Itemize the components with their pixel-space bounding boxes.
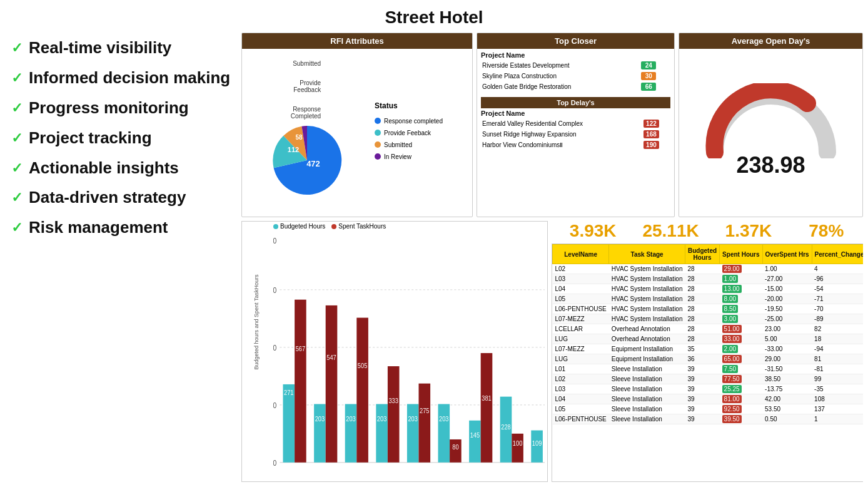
svg-text:203: 203 bbox=[377, 414, 387, 423]
legend-provide-feedback: Provide Feeback bbox=[375, 130, 470, 136]
table-row: L05 HVAC System Installation 28 8.00 -20… bbox=[553, 294, 864, 304]
legend-response-completed: Response completed bbox=[375, 118, 470, 125]
cell-overspent: 29.00 bbox=[762, 354, 812, 364]
cell-levelname: L02 bbox=[553, 374, 609, 384]
table-row: L02 HVAC System Installation 28 29.00 1.… bbox=[553, 264, 864, 274]
cell-overspent: -15.00 bbox=[762, 284, 812, 294]
cell-task-stage: HVAC System Installation bbox=[609, 314, 685, 324]
kpi-1: 3.93K bbox=[554, 221, 632, 241]
legend-label-feedback: Provide Feeback bbox=[384, 130, 431, 136]
check-icon-3: ✓ bbox=[11, 100, 23, 116]
svg-text:80: 80 bbox=[452, 443, 458, 451]
rfi-legend: Status Response completed Provide Feebac… bbox=[370, 51, 470, 210]
cell-overspent: 42.00 bbox=[762, 394, 812, 404]
sidebar-item-2: ✓ Informed decision making bbox=[11, 69, 236, 88]
cell-budgeted: 28 bbox=[685, 294, 720, 304]
cell-percent: -70 bbox=[812, 304, 863, 314]
cell-levelname: L03 bbox=[553, 384, 609, 394]
svg-text:109: 109 bbox=[532, 439, 542, 447]
cell-budgeted: 35 bbox=[685, 344, 720, 354]
table-row: L04 Sleeve Installation 39 81.00 42.00 1… bbox=[553, 394, 864, 404]
rfi-panel: RFI Attributes Submitted ProvideFeedback… bbox=[241, 33, 473, 217]
legend-spent: Spent TaskHours bbox=[331, 223, 386, 230]
cell-budgeted: 28 bbox=[685, 304, 720, 314]
svg-text:112: 112 bbox=[288, 146, 299, 153]
cell-levelname: L04 bbox=[553, 394, 609, 404]
svg-rect-37 bbox=[481, 353, 493, 463]
cell-overspent: -33.00 bbox=[762, 344, 812, 354]
legend-dot-purple bbox=[375, 153, 381, 160]
cell-budgeted: 28 bbox=[685, 324, 720, 334]
table-row: L04 HVAC System Installation 28 13.00 -1… bbox=[553, 284, 864, 294]
cell-budgeted: 39 bbox=[685, 394, 720, 404]
legend-submitted: Submitted bbox=[375, 141, 470, 148]
cell-overspent: 1.00 bbox=[762, 264, 812, 274]
svg-text:381: 381 bbox=[482, 394, 492, 402]
col-spent: Spent Hours bbox=[720, 245, 762, 264]
legend-dot-orange bbox=[375, 141, 381, 148]
cell-spent: 13.00 bbox=[720, 284, 762, 294]
cell-percent: 18 bbox=[812, 334, 863, 344]
cell-spent: 8.00 bbox=[720, 294, 762, 304]
cell-task-stage: Sleeve Installation bbox=[609, 414, 685, 424]
svg-text:472: 472 bbox=[306, 159, 320, 168]
legend-label-budgeted: Budgeted Hours bbox=[280, 223, 325, 230]
sidebar: ✓ Real-time visibility ✓ Informed decisi… bbox=[5, 33, 236, 482]
svg-text:228: 228 bbox=[501, 423, 511, 431]
svg-rect-36 bbox=[469, 421, 481, 463]
delay-value-cell: 190 bbox=[642, 140, 670, 150]
cell-task-stage: HVAC System Installation bbox=[609, 264, 685, 274]
svg-text:203: 203 bbox=[315, 414, 325, 423]
cell-budgeted: 36 bbox=[685, 354, 720, 364]
sidebar-label-4: Project tracking bbox=[29, 129, 152, 148]
svg-rect-32 bbox=[438, 404, 450, 462]
cell-spent: 8.50 bbox=[720, 304, 762, 314]
submitted-label: Submitted bbox=[293, 60, 321, 67]
right-content: RFI Attributes Submitted ProvideFeedback… bbox=[241, 33, 863, 482]
table-row: LUG Equipment Installation 36 65.00 29.0… bbox=[553, 354, 864, 364]
cell-task-stage: Overhead Annotation bbox=[609, 324, 685, 334]
cell-overspent: -27.00 bbox=[762, 274, 812, 284]
cell-spent: 65.00 bbox=[720, 354, 762, 364]
cell-percent: 82 bbox=[812, 324, 863, 334]
kpi-4: 78% bbox=[787, 221, 863, 241]
cell-budgeted: 28 bbox=[685, 274, 720, 284]
svg-text:0: 0 bbox=[273, 458, 277, 468]
rfi-panel-header: RFI Attributes bbox=[242, 33, 472, 49]
check-icon-7: ✓ bbox=[11, 220, 23, 236]
check-icon-2: ✓ bbox=[11, 70, 23, 86]
cell-levelname: L06-PENTHOUSE bbox=[553, 304, 609, 314]
sidebar-label-2: Informed decision making bbox=[29, 69, 230, 88]
project-value-cell: 30 bbox=[640, 71, 670, 81]
legend-title: Status bbox=[375, 101, 470, 110]
avg-open-panel: Average Open Day's 238.98 bbox=[679, 33, 863, 217]
cell-overspent: 38.50 bbox=[762, 374, 812, 384]
cell-overspent: -13.75 bbox=[762, 384, 812, 394]
cell-budgeted: 39 bbox=[685, 364, 720, 374]
kpi-2: 25.11K bbox=[632, 221, 709, 241]
cell-task-stage: HVAC System Installation bbox=[609, 304, 685, 314]
cell-overspent: -25.00 bbox=[762, 314, 812, 324]
cell-spent: 25.25 bbox=[720, 384, 762, 394]
legend-budgeted: Budgeted Hours bbox=[273, 223, 325, 230]
cell-percent: 108 bbox=[812, 394, 863, 404]
cell-task-stage: Overhead Annotation bbox=[609, 334, 685, 344]
delays-project-label: Project Name bbox=[481, 110, 670, 117]
cell-percent: 99 bbox=[812, 374, 863, 384]
svg-text:271: 271 bbox=[284, 388, 294, 396]
svg-rect-20 bbox=[345, 404, 357, 462]
table-row: Harbor View CondominiumsⅡ 190 bbox=[481, 140, 670, 150]
chart-y-label: Budgeted hours and Spent TaskHours bbox=[253, 342, 260, 370]
kpi-row: 3.93K 25.11K 1.37K 78% bbox=[552, 221, 863, 241]
bar-chart-panel: Budgeted Hours Spent TaskHours Budgeted … bbox=[241, 221, 548, 482]
cell-spent: 51.00 bbox=[720, 324, 762, 334]
cell-spent: 77.50 bbox=[720, 374, 762, 384]
delay-name-cell: Sunset Ridge Highway Expansion bbox=[481, 129, 642, 140]
legend-dot-teal bbox=[375, 130, 381, 136]
cell-budgeted: 39 bbox=[685, 414, 720, 424]
data-table-scroll[interactable]: LevelName Task Stage BudgetedHours Spent… bbox=[552, 244, 863, 481]
cell-budgeted: 28 bbox=[685, 284, 720, 294]
check-icon-5: ✓ bbox=[11, 160, 23, 177]
svg-text:200: 200 bbox=[273, 401, 277, 411]
svg-rect-41 bbox=[512, 434, 523, 463]
